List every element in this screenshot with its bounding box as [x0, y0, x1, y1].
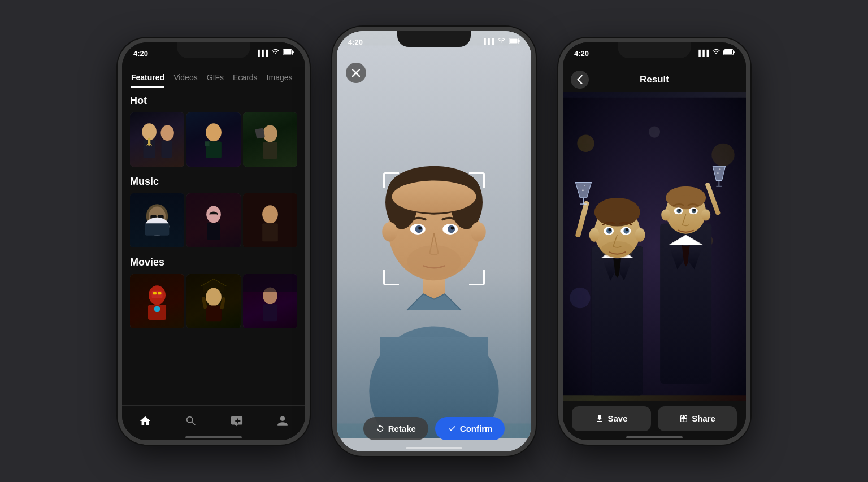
retake-label: Retake — [388, 424, 416, 433]
face-scan-bracket — [383, 172, 485, 285]
svg-point-3 — [142, 123, 157, 140]
phone-3-result: 4:20 ▐▐▐ Result — [558, 38, 750, 445]
tab-gifs[interactable]: GIFs — [207, 67, 224, 88]
result-title: Result — [640, 74, 669, 85]
svg-point-80 — [693, 209, 696, 211]
tab-featured[interactable]: Featured — [131, 67, 164, 88]
svg-point-81 — [661, 209, 670, 220]
svg-point-98 — [601, 241, 633, 258]
svg-point-82 — [701, 209, 710, 220]
hot-img-3[interactable] — [243, 112, 297, 167]
svg-point-71 — [570, 287, 590, 307]
svg-rect-13 — [263, 142, 277, 159]
tab-bar: Featured Videos GIFs Ecards Images — [122, 67, 305, 88]
movies-img-1[interactable] — [130, 274, 184, 328]
phone-1-featured: 4:20 ▐▐▐ Featured Videos GIFs Ecards Ima… — [118, 38, 310, 445]
music-grid — [130, 193, 297, 247]
svg-point-97 — [626, 228, 628, 231]
svg-point-34 — [206, 288, 222, 306]
svg-rect-10 — [205, 141, 210, 146]
hot-img-1[interactable] — [130, 112, 184, 167]
share-button[interactable]: Share — [658, 406, 737, 431]
bracket-tl — [383, 172, 399, 188]
status-time-2: 4:20 — [348, 38, 363, 46]
svg-rect-2 — [130, 112, 184, 167]
svg-point-99 — [589, 228, 600, 241]
svg-rect-21 — [145, 223, 170, 235]
svg-rect-40 — [243, 274, 297, 292]
section-music-title: Music — [130, 176, 297, 188]
battery-icon-3 — [723, 49, 735, 57]
result-header: Result — [563, 67, 746, 92]
svg-point-104 — [582, 189, 584, 191]
svg-point-66 — [577, 134, 594, 151]
music-img-2[interactable] — [186, 193, 241, 247]
svg-rect-30 — [158, 292, 161, 294]
svg-point-5 — [160, 125, 173, 141]
svg-point-105 — [584, 185, 585, 186]
notch-2 — [397, 31, 471, 47]
nav-add[interactable] — [231, 415, 243, 427]
section-hot: Hot — [130, 95, 297, 167]
tab-images[interactable]: Images — [267, 67, 293, 88]
signal-icon-2: ▐▐▐ — [482, 38, 494, 45]
movies-img-2[interactable] — [186, 274, 241, 328]
tab-videos[interactable]: Videos — [173, 67, 198, 88]
svg-point-86 — [717, 172, 719, 173]
confirm-button[interactable]: Confirm — [435, 417, 505, 440]
movies-img-3[interactable] — [243, 274, 297, 328]
save-button[interactable]: Save — [572, 406, 651, 431]
bracket-br — [469, 270, 485, 285]
camera-close-button[interactable] — [346, 63, 366, 83]
status-icons-2: ▐▐▐ — [482, 38, 520, 45]
svg-rect-29 — [153, 292, 157, 294]
svg-rect-1 — [284, 50, 292, 54]
section-movies: Movies — [130, 257, 297, 328]
section-hot-title: Hot — [130, 95, 297, 107]
status-time-1: 4:20 — [133, 49, 148, 58]
status-icons-3: ▐▐▐ — [697, 49, 735, 57]
movies-grid — [130, 274, 297, 328]
notch-1 — [177, 42, 250, 58]
retake-button[interactable]: Retake — [363, 417, 428, 440]
svg-point-87 — [719, 168, 720, 170]
home-indicator-3 — [563, 437, 746, 440]
svg-point-68 — [649, 126, 660, 137]
svg-rect-39 — [263, 304, 277, 321]
wifi-icon-1 — [271, 49, 279, 56]
svg-rect-7 — [148, 137, 150, 145]
result-image — [563, 92, 746, 401]
home-indicator-2 — [406, 447, 462, 449]
hot-grid — [130, 112, 297, 167]
hot-img-2[interactable] — [186, 112, 241, 167]
svg-point-79 — [679, 209, 681, 211]
wifi-icon-2 — [497, 38, 505, 45]
bracket-tr — [469, 172, 485, 188]
music-img-3[interactable] — [243, 193, 297, 247]
status-icons-1: ▐▐▐ — [256, 49, 294, 57]
svg-rect-26 — [262, 223, 278, 241]
nav-profile[interactable] — [276, 415, 289, 427]
svg-point-25 — [262, 205, 278, 223]
save-label: Save — [607, 414, 627, 423]
section-music: Music — [130, 176, 297, 247]
camera-view — [337, 31, 531, 438]
battery-icon-1 — [283, 49, 294, 57]
signal-icon-3: ▐▐▐ — [697, 50, 709, 56]
tab-ecards[interactable]: Ecards — [233, 67, 258, 88]
svg-rect-64 — [724, 50, 732, 54]
music-img-1[interactable] — [130, 193, 184, 247]
share-label: Share — [692, 414, 715, 423]
nav-search[interactable] — [185, 415, 197, 427]
svg-rect-6 — [161, 141, 172, 158]
svg-rect-35 — [206, 305, 222, 321]
home-indicator-1 — [122, 437, 305, 440]
confirm-label: Confirm — [460, 424, 493, 433]
svg-rect-12 — [255, 128, 265, 138]
camera-controls: Retake Confirm — [337, 417, 531, 440]
scroll-content: Hot — [122, 88, 305, 405]
back-button[interactable] — [571, 71, 589, 89]
notch-3 — [618, 42, 691, 58]
phone-2-camera: 4:20 ▐▐▐ — [332, 27, 536, 456]
nav-home[interactable] — [139, 415, 151, 427]
